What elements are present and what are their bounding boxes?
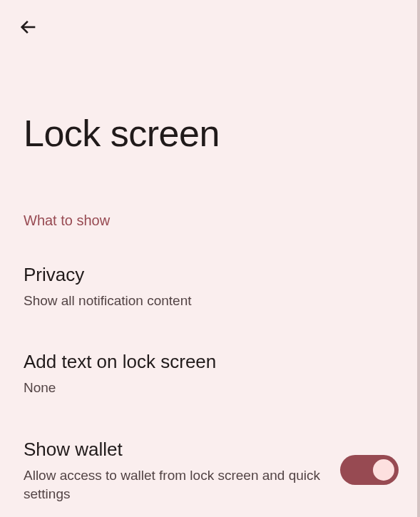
toggle-knob <box>373 459 394 481</box>
page-title: Lock screen <box>24 112 220 155</box>
setting-show-wallet-title: Show wallet <box>24 438 323 462</box>
back-button[interactable] <box>14 14 43 43</box>
scrollbar-edge <box>417 0 420 517</box>
setting-add-text[interactable]: Add text on lock screen None <box>24 350 396 397</box>
setting-add-text-subtitle: None <box>24 379 396 398</box>
arrow-back-icon <box>19 17 39 40</box>
setting-privacy-subtitle: Show all notification content <box>24 292 396 311</box>
setting-show-wallet-subtitle: Allow access to wallet from lock screen … <box>24 466 323 504</box>
setting-add-text-title: Add text on lock screen <box>24 350 396 374</box>
setting-privacy[interactable]: Privacy Show all notification content <box>24 263 396 310</box>
section-header-what-to-show: What to show <box>24 213 110 229</box>
setting-privacy-title: Privacy <box>24 263 396 287</box>
toggle-show-wallet[interactable] <box>340 455 399 485</box>
